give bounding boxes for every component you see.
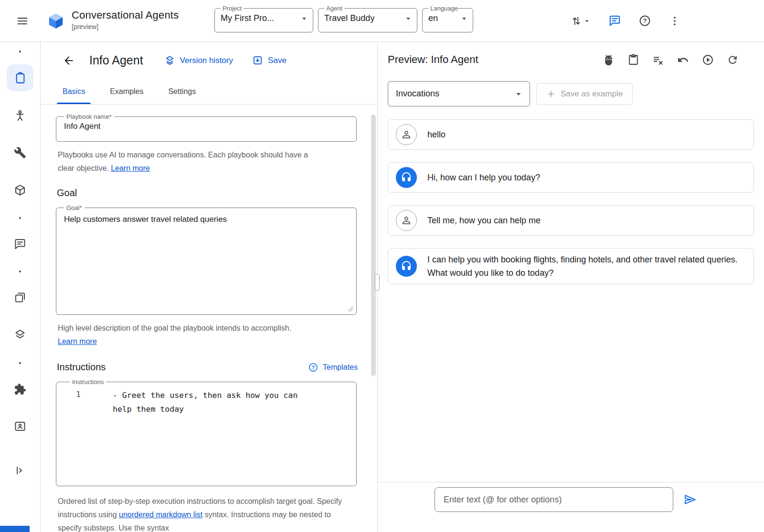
preview-controls: Invocations Save as example	[378, 77, 764, 106]
playbook-learn-more-link[interactable]: Learn more	[111, 164, 150, 172]
project-select[interactable]: Project My First Pro...	[214, 5, 313, 32]
save-as-example-button[interactable]: Save as example	[536, 83, 633, 105]
back-button[interactable]	[63, 54, 75, 67]
chevron-down-icon	[513, 89, 524, 99]
chevron-down-icon	[403, 14, 413, 23]
status-strip	[0, 526, 30, 532]
templates-label: Templates	[323, 363, 358, 372]
expand-panel-icon	[14, 464, 26, 477]
sort-order-button[interactable]	[570, 15, 591, 27]
instructions-code[interactable]: - Greet the users, then ask how you can …	[113, 388, 319, 416]
sidebar-item-playbooks[interactable]	[7, 64, 33, 91]
invocations-select[interactable]: Invocations	[388, 81, 530, 106]
version-history-button[interactable]: Version history	[164, 55, 233, 66]
app-preview-badge: [preview]	[72, 23, 179, 31]
editor-scrollbar[interactable]	[371, 115, 376, 376]
sidebar-item-agents[interactable]	[14, 109, 27, 122]
swap-vert-icon	[570, 15, 583, 27]
tab-basics[interactable]: Basics	[50, 79, 97, 104]
windows-icon	[14, 291, 27, 304]
restart-button[interactable]	[727, 54, 739, 66]
run-button[interactable]	[702, 54, 714, 66]
chat-input[interactable]	[435, 487, 673, 512]
goal-help-text: High level description of the goal the p…	[58, 322, 340, 348]
preview-title: Preview: Info Agent	[388, 53, 603, 66]
tab-examples[interactable]: Examples	[97, 79, 156, 104]
goal-field[interactable]: Goal* Help customers answer travel relat…	[56, 204, 357, 315]
instructions-label: Instructions	[70, 378, 106, 386]
sidebar-item-flows[interactable]	[14, 328, 27, 341]
invocations-value: Invocations	[396, 89, 439, 99]
send-icon	[682, 492, 698, 507]
goal-help-body: High level description of the goal the p…	[58, 324, 291, 332]
templates-button[interactable]: ? Templates	[308, 362, 358, 373]
save-button[interactable]: Save	[252, 55, 286, 66]
contact-card-icon	[14, 420, 27, 433]
editor-form: Playbook name* Playbooks use AI to manag…	[41, 104, 377, 532]
project-select-value: My First Pro...	[221, 13, 274, 23]
help-circle-icon: ?	[308, 362, 318, 373]
version-history-icon	[164, 55, 175, 66]
sidebar-item-integrations[interactable]	[14, 184, 27, 197]
goal-label: Goal*	[64, 204, 85, 211]
sidebar-item-pages[interactable]	[14, 291, 27, 304]
chat-button[interactable]	[608, 14, 621, 27]
playbook-name-field[interactable]: Playbook name*	[56, 113, 357, 142]
person-icon	[401, 215, 412, 226]
headset-icon	[401, 172, 412, 183]
undo-button[interactable]	[677, 54, 689, 66]
sidebar-item-extensions[interactable]	[14, 383, 26, 396]
goal-learn-more-link[interactable]: Learn more	[58, 337, 97, 345]
expand-panel-button[interactable]	[14, 464, 26, 477]
version-history-label: Version history	[180, 56, 233, 65]
message-text: hello	[427, 128, 446, 141]
preview-toolbar	[603, 54, 739, 66]
menu-button[interactable]	[16, 15, 29, 27]
project-select-label: Project	[221, 5, 244, 12]
person-icon	[401, 129, 412, 140]
sidebar-item-tools[interactable]	[14, 146, 26, 159]
tab-settings[interactable]: Settings	[156, 79, 208, 104]
more-vert-icon	[668, 15, 681, 27]
instructions-field[interactable]: Instructions 1 - Greet the users, then a…	[56, 378, 357, 486]
sidebar-item-contacts[interactable]	[14, 420, 27, 433]
help-button[interactable]: ?	[638, 14, 651, 27]
wrench-icon	[14, 146, 26, 159]
message-text: I can help you with booking flights, fin…	[427, 253, 743, 280]
person-icon	[14, 109, 27, 122]
puzzle-icon	[14, 383, 26, 396]
send-button[interactable]	[682, 492, 698, 507]
copy-conversation-button[interactable]	[627, 54, 639, 66]
chevron-down-icon	[459, 14, 469, 23]
message-agent: Hi, how can I help you today?	[388, 162, 754, 193]
panel-resize-handle[interactable]	[375, 274, 380, 291]
instructions-heading: Instructions	[57, 362, 106, 373]
markdown-list-link[interactable]: unordered markdown list	[119, 511, 202, 519]
message-text: Hi, how can I help you today?	[427, 171, 540, 184]
playbook-name-input[interactable]	[63, 120, 350, 137]
playbook-help-text: Playbooks use AI to manage conversations…	[58, 148, 325, 175]
debug-button[interactable]	[603, 54, 615, 66]
clear-conversation-button[interactable]	[652, 54, 664, 66]
topbar-actions: ?	[570, 14, 681, 27]
goal-textarea[interactable]: Help customers answer travel related que…	[63, 211, 350, 298]
app-title: Conversational Agents	[72, 9, 179, 21]
agent-select[interactable]: Agent Travel Buddy	[318, 5, 417, 32]
more-options-button[interactable]	[668, 15, 681, 27]
nav-section-dot	[19, 362, 21, 364]
headset-icon	[401, 261, 412, 272]
chat-input-bar	[378, 482, 764, 532]
resize-handle-icon[interactable]	[347, 305, 354, 312]
app-logo-icon	[47, 12, 65, 30]
app-title-block: Conversational Agents [preview]	[72, 9, 179, 31]
preview-panel: Preview: Info Agent Invocations	[378, 42, 764, 532]
save-icon	[252, 55, 263, 66]
language-select[interactable]: Language en	[422, 5, 473, 32]
editor-tabs: Basics Examples Settings	[41, 79, 377, 104]
instructions-help-text: Ordered list of step-by-step execution i…	[58, 495, 344, 532]
play-circle-icon	[702, 54, 714, 66]
context-selectors: Project My First Pro... Agent Travel Bud…	[214, 5, 473, 32]
agent-avatar	[396, 256, 417, 277]
help-icon: ?	[638, 14, 651, 27]
sidebar-item-conversations[interactable]	[14, 238, 27, 250]
